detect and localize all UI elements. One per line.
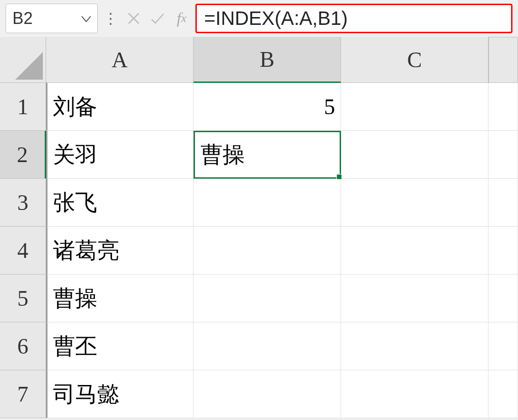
cell-c5[interactable] (341, 274, 489, 322)
row-header-4[interactable]: 4 (0, 227, 46, 274)
enter-icon[interactable] (147, 5, 168, 32)
cell-d1-partial[interactable] (489, 83, 518, 131)
cell-d6-partial[interactable] (489, 322, 518, 370)
cell-c7[interactable] (341, 370, 489, 418)
row-header-1[interactable]: 1 (0, 83, 46, 131)
cell-a6[interactable]: 曹丕 (46, 322, 194, 370)
cell-a1[interactable]: 刘备 (46, 83, 194, 131)
cell-a3[interactable]: 张飞 (46, 179, 194, 227)
cell-c4[interactable] (341, 227, 489, 274)
cell-b1[interactable]: 5 (194, 83, 341, 131)
cell-a7[interactable]: 司马懿 (46, 370, 194, 418)
row-header-3[interactable]: 3 (0, 179, 46, 227)
separator-icon: ⋮ (101, 10, 120, 27)
row-header-2[interactable]: 2 (0, 131, 46, 179)
cell-c6[interactable] (341, 322, 489, 370)
cell-d2-partial[interactable] (489, 131, 518, 179)
row-header-7[interactable]: 7 (0, 370, 46, 418)
cell-d5-partial[interactable] (489, 274, 518, 322)
formula-input[interactable]: =INDEX(A:A,B1) (195, 4, 512, 33)
insert-function-icon[interactable]: fx (171, 5, 192, 32)
cancel-icon[interactable] (124, 5, 144, 32)
col-header-c[interactable]: C (341, 37, 489, 83)
cell-a4[interactable]: 诸葛亮 (46, 227, 194, 274)
spreadsheet-grid: A B C 1 刘备 5 2 关羽 曹操 3 张飞 4 诸葛亮 5 曹操 6 曹… (0, 37, 518, 418)
cell-b4[interactable] (194, 227, 341, 274)
cell-b6[interactable] (194, 322, 341, 370)
col-header-a[interactable]: A (46, 37, 194, 83)
name-box[interactable]: B2 (6, 4, 98, 33)
cell-d4-partial[interactable] (489, 227, 518, 274)
formula-bar: B2 ⋮ fx =INDEX(A:A,B1) (0, 0, 518, 37)
col-header-d-partial[interactable] (489, 37, 518, 83)
formula-text: =INDEX(A:A,B1) (204, 7, 348, 29)
cell-a5[interactable]: 曹操 (46, 274, 194, 322)
select-all-corner[interactable] (0, 37, 46, 83)
row-header-6[interactable]: 6 (0, 322, 46, 370)
cell-d3-partial[interactable] (489, 179, 518, 227)
cell-d7-partial[interactable] (489, 370, 518, 418)
cell-b2[interactable]: 曹操 (194, 131, 341, 179)
cell-c3[interactable] (341, 179, 489, 227)
col-header-b[interactable]: B (194, 37, 341, 83)
cell-c2[interactable] (341, 131, 489, 179)
chevron-down-icon[interactable] (82, 11, 91, 26)
cell-b3[interactable] (194, 179, 341, 227)
name-box-value: B2 (12, 9, 33, 28)
cell-a2[interactable]: 关羽 (46, 131, 194, 179)
cell-b7[interactable] (194, 370, 341, 418)
cell-b5[interactable] (194, 274, 341, 322)
cell-c1[interactable] (341, 83, 489, 131)
row-header-5[interactable]: 5 (0, 274, 46, 322)
